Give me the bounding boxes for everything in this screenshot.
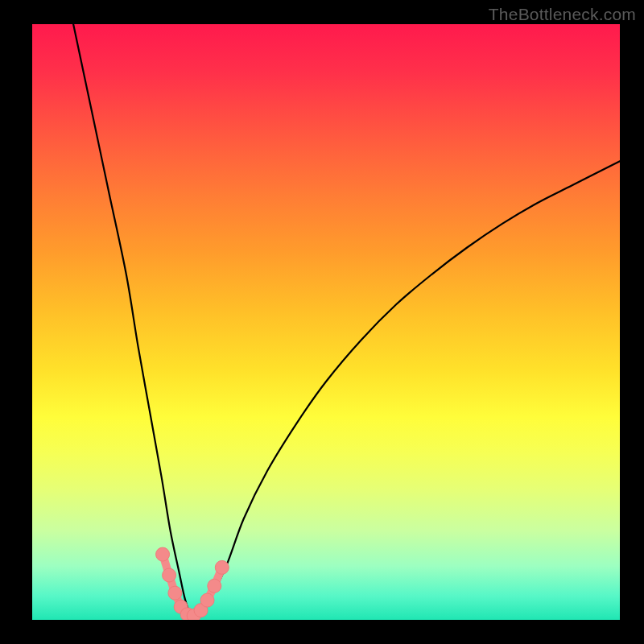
marker-point	[168, 586, 182, 600]
watermark-text: TheBottleneck.com	[489, 5, 636, 24]
chart-frame: TheBottleneck.com	[0, 0, 644, 644]
plot-area	[32, 24, 620, 620]
marker-point	[215, 560, 229, 574]
minimum-markers	[32, 24, 620, 620]
marker-point	[200, 593, 214, 607]
marker-point	[163, 568, 176, 582]
marker-point	[208, 579, 221, 592]
marker-point	[156, 547, 170, 561]
